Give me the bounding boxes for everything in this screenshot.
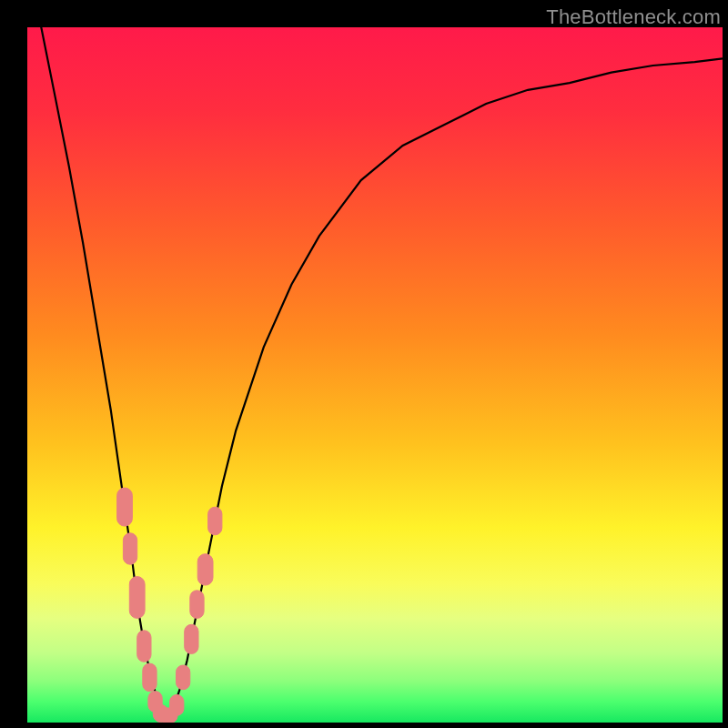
chart-frame: TheBottleneck.com (0, 0, 728, 728)
data-marker (117, 488, 133, 526)
data-marker (123, 533, 136, 564)
data-marker (137, 631, 151, 662)
data-marker (177, 665, 190, 690)
data-marker (143, 663, 157, 692)
data-marker (208, 507, 222, 535)
watermark-text: TheBottleneck.com (546, 5, 721, 29)
data-marker (170, 694, 184, 715)
marker-group (117, 488, 222, 723)
data-marker (129, 577, 145, 619)
plot-area (27, 27, 723, 723)
data-marker (190, 591, 204, 619)
data-marker (185, 624, 198, 653)
data-marker (197, 554, 213, 585)
curve-layer (27, 27, 723, 723)
